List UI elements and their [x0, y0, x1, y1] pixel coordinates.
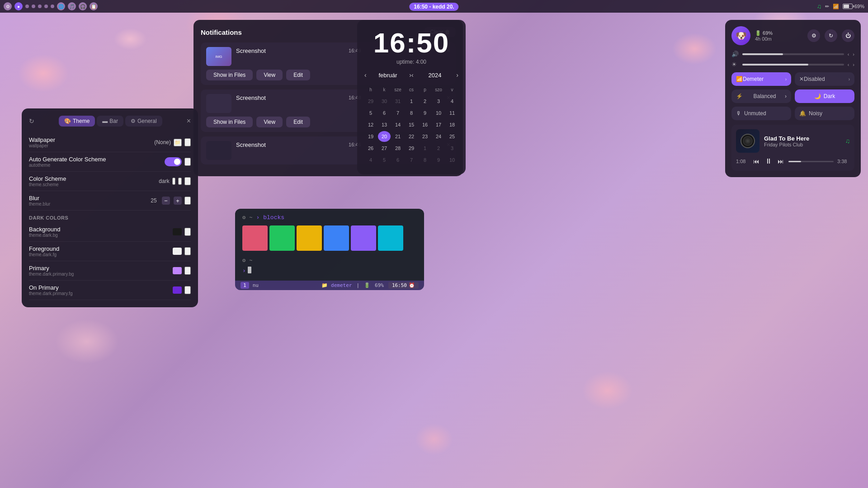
cal-day-next-4[interactable]: 4 — [364, 155, 377, 165]
bright-arrow-left[interactable]: ‹ — [848, 62, 849, 67]
panel-refresh-button[interactable]: ↻ — [29, 117, 34, 125]
panel-close-button[interactable]: × — [187, 117, 191, 125]
bg-refresh-btn[interactable]: ↻ — [184, 228, 191, 236]
cal-day-next-1[interactable]: 1 — [419, 143, 431, 154]
cal-day-26[interactable]: 26 — [364, 143, 377, 154]
autotheme-refresh-btn[interactable]: ↻ — [184, 158, 191, 166]
cal-day-3[interactable]: 3 — [432, 96, 445, 107]
cal-day-next-10[interactable]: 10 — [446, 155, 458, 165]
volume-track[interactable] — [742, 53, 844, 55]
cal-day-14[interactable]: 14 — [392, 119, 404, 130]
brightness-track[interactable] — [742, 64, 844, 66]
app-icon-1[interactable]: ⚙ — [4, 2, 12, 10]
cal-day-next-5[interactable]: 5 — [378, 155, 391, 165]
cal-day-7[interactable]: 7 — [392, 108, 404, 118]
vol-arrow-right[interactable]: › — [853, 52, 854, 57]
primary-swatch[interactable] — [173, 267, 182, 274]
cal-day-next-8[interactable]: 8 — [419, 155, 431, 165]
colorscheme-next-btn[interactable]: › — [178, 178, 182, 185]
bright-arrow-right[interactable]: › — [853, 62, 854, 67]
music-next-btn[interactable]: ⏭ — [777, 157, 785, 166]
cal-day-5[interactable]: 5 — [364, 108, 377, 118]
bg-swatch[interactable] — [173, 228, 182, 235]
wallpaper-folder-btn[interactable]: 📁 — [174, 139, 182, 146]
app-icon-2[interactable]: ● — [14, 2, 23, 10]
cal-day-9[interactable]: 9 — [419, 108, 431, 118]
blur-increase-btn[interactable]: + — [174, 197, 182, 205]
cal-day-28[interactable]: 28 — [392, 143, 404, 154]
app-icon-spotify[interactable]: 🎧 — [79, 2, 87, 10]
settings-icon-btn[interactable]: ⚙ — [807, 29, 820, 42]
app-icon-music[interactable]: 🎵 — [68, 2, 76, 10]
cal-day-6[interactable]: 6 — [378, 108, 391, 118]
disabled-button[interactable]: ✕ Disabled › — [795, 72, 854, 86]
vol-arrow-left[interactable]: ‹ — [848, 52, 849, 57]
autotheme-toggle[interactable] — [165, 157, 182, 166]
on-primary-refresh-btn[interactable]: ↻ — [184, 286, 191, 294]
cal-prev-year[interactable]: ‹ — [411, 71, 414, 79]
power-icon-btn[interactable]: ⏻ — [842, 29, 854, 42]
tab-bar[interactable]: ▬ Bar — [97, 116, 123, 127]
cal-day-19[interactable]: 19 — [364, 131, 377, 142]
music-prev-btn[interactable]: ⏮ — [752, 157, 760, 166]
primary-refresh-btn[interactable]: ↻ — [184, 267, 191, 275]
cal-day-16[interactable]: 16 — [419, 119, 431, 130]
cal-day-prev-29[interactable]: 29 — [364, 96, 377, 107]
view-btn-1[interactable]: View — [256, 70, 283, 80]
cal-day-15[interactable]: 15 — [405, 119, 418, 130]
on-primary-swatch[interactable] — [173, 286, 182, 294]
cal-day-17[interactable]: 17 — [432, 119, 445, 130]
blur-refresh-btn[interactable]: ↻ — [184, 197, 191, 205]
cal-day-13[interactable]: 13 — [378, 119, 391, 130]
cal-day-2[interactable]: 2 — [419, 96, 431, 107]
cal-day-11[interactable]: 11 — [446, 108, 458, 118]
colorscheme-refresh-btn[interactable]: ↻ — [184, 177, 191, 185]
edit-btn-1[interactable]: Edit — [286, 70, 310, 80]
cal-day-prev-30[interactable]: 30 — [378, 96, 391, 107]
cal-day-next-9[interactable]: 9 — [432, 155, 445, 165]
edit-btn-2[interactable]: Edit — [286, 117, 310, 127]
dark-mode-button[interactable]: 🌙 Dark — [795, 89, 854, 103]
app-icon-browser[interactable]: 🌐 — [57, 2, 65, 10]
unmuted-button[interactable]: 🎙 Unmuted — [731, 107, 791, 120]
cal-day-10[interactable]: 10 — [432, 108, 445, 118]
music-pause-btn[interactable]: ⏸ — [764, 156, 773, 166]
cal-day-prev-31[interactable]: 31 — [392, 96, 404, 107]
term-command[interactable]: blocks — [263, 214, 284, 221]
view-btn-2[interactable]: View — [256, 117, 283, 127]
balanced-button[interactable]: ⚡ Balanced › — [731, 89, 791, 103]
fg-refresh-btn[interactable]: ↻ — [184, 247, 191, 255]
cal-day-25[interactable]: 25 — [446, 131, 458, 142]
cal-day-23[interactable]: 23 — [419, 131, 431, 142]
cal-day-1[interactable]: 1 — [405, 96, 418, 107]
cal-day-18[interactable]: 18 — [446, 119, 458, 130]
app-icon-misc[interactable]: 📋 — [90, 2, 98, 10]
cal-day-next-2[interactable]: 2 — [432, 143, 445, 154]
cal-prev-month[interactable]: ‹ — [364, 71, 367, 79]
cal-day-next-3[interactable]: 3 — [446, 143, 458, 154]
refresh-icon-btn[interactable]: ↻ — [825, 29, 837, 42]
cal-day-29[interactable]: 29 — [405, 143, 418, 154]
wifi-button[interactable]: 📶 Demeter › — [731, 72, 791, 86]
wallpaper-refresh-btn[interactable]: ↻ — [184, 138, 191, 146]
term-cursor[interactable] — [248, 267, 251, 275]
cal-next-year[interactable]: › — [456, 71, 458, 79]
cal-day-next-6[interactable]: 6 — [392, 155, 404, 165]
cal-day-4[interactable]: 4 — [446, 96, 458, 107]
noisy-button[interactable]: 🔔 Noisy — [795, 107, 854, 120]
show-in-files-btn-2[interactable]: Show in Files — [206, 117, 253, 127]
tab-general[interactable]: ⚙ General — [125, 116, 162, 127]
cal-day-21[interactable]: 21 — [392, 131, 404, 142]
cal-day-24[interactable]: 24 — [432, 131, 445, 142]
cal-day-27[interactable]: 27 — [378, 143, 391, 154]
time-badge[interactable]: 16:50 - kedd 20. — [409, 3, 458, 11]
cal-day-next-7[interactable]: 7 — [405, 155, 418, 165]
fg-swatch[interactable] — [173, 248, 182, 255]
show-in-files-btn-1[interactable]: Show in Files — [206, 70, 253, 80]
cal-day-20-today[interactable]: 20 — [378, 131, 391, 142]
blur-decrease-btn[interactable]: − — [162, 197, 170, 205]
tab-theme[interactable]: 🎨 Theme — [59, 116, 95, 127]
music-progress-bar[interactable] — [788, 161, 834, 162]
cal-day-12[interactable]: 12 — [364, 119, 377, 130]
cal-day-22[interactable]: 22 — [405, 131, 418, 142]
